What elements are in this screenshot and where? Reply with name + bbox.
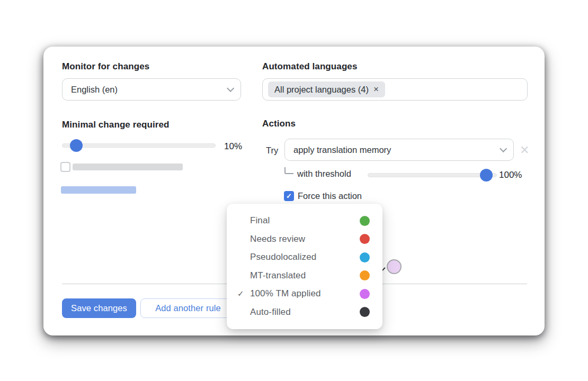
elbow-connector-icon: [284, 167, 293, 174]
menu-item-label: 100% TM applied: [250, 288, 360, 299]
menu-item-label: Auto-filled: [250, 307, 360, 318]
status-dot-icon: [360, 234, 370, 244]
status-dot-icon: [360, 307, 370, 317]
status-color-indicator[interactable]: [387, 259, 402, 274]
skeleton-bar-blue: [61, 186, 136, 194]
page: Monitor for changes English (en) Minimal…: [0, 0, 588, 381]
status-dot-icon: [360, 289, 370, 299]
checkmark-icon: ✓: [286, 192, 292, 200]
status-dot-icon: [360, 270, 370, 280]
skeleton-checkbox[interactable]: [60, 162, 70, 172]
add-another-rule-button[interactable]: Add another rule: [140, 298, 236, 318]
status-dropdown-menu: Final Needs review Pseudolocalized MT-tr…: [227, 204, 382, 329]
minimal-change-slider-knob[interactable]: [70, 139, 83, 152]
language-tag-chip[interactable]: All project languages (4) ×: [268, 81, 385, 97]
monitor-language-value: English (en): [71, 85, 227, 95]
force-action-label: Force this action: [298, 191, 362, 201]
try-label: Try: [266, 146, 278, 156]
automated-languages-label: Automated languages: [262, 61, 357, 72]
menu-item-label: MT-translated: [250, 270, 360, 281]
minimal-change-slider-track[interactable]: [62, 143, 216, 148]
skeleton-bar-gray: [73, 164, 183, 170]
status-dot-icon: [360, 252, 370, 262]
action-select[interactable]: apply translation memory: [284, 139, 514, 161]
threshold-value: 100%: [499, 170, 522, 180]
threshold-slider-knob[interactable]: [480, 169, 493, 182]
minimal-change-label: Minimal change required: [62, 120, 170, 130]
tag-remove-icon[interactable]: ×: [373, 84, 379, 95]
monitor-for-changes-label: Monitor for changes: [62, 61, 149, 72]
menu-item-pseudolocalized[interactable]: Pseudolocalized: [227, 248, 382, 267]
action-select-value: apply translation memory: [293, 145, 500, 155]
monitor-language-select[interactable]: English (en): [62, 78, 241, 101]
checkmark-icon: ✓: [237, 289, 250, 298]
actions-label: Actions: [262, 119, 296, 129]
language-tag-label: All project languages (4): [274, 85, 369, 95]
save-changes-button[interactable]: Save changes: [62, 298, 136, 318]
automated-languages-input[interactable]: All project languages (4) ×: [262, 78, 528, 101]
chevron-down-icon: [500, 145, 507, 152]
menu-item-needs-review[interactable]: Needs review: [227, 230, 382, 249]
status-dot-icon: [360, 216, 370, 226]
menu-item-mt-translated[interactable]: MT-translated: [227, 267, 382, 285]
menu-item-final[interactable]: Final: [227, 212, 382, 230]
force-action-checkbox[interactable]: ✓: [284, 191, 294, 201]
menu-item-label: Needs review: [250, 234, 360, 244]
chevron-down-icon: [227, 85, 234, 92]
threshold-slider-track[interactable]: [368, 173, 497, 177]
automation-rule-card: Monitor for changes English (en) Minimal…: [43, 47, 545, 335]
menu-item-100-tm-applied[interactable]: ✓ 100% TM applied: [227, 285, 382, 303]
menu-item-label: Pseudolocalized: [250, 252, 360, 262]
menu-item-auto-filled[interactable]: Auto-filled: [227, 303, 382, 322]
menu-item-label: Final: [250, 215, 360, 226]
with-threshold-label: with threshold: [297, 169, 351, 179]
minimal-change-value: 10%: [224, 141, 242, 152]
remove-action-icon[interactable]: ✕: [520, 144, 529, 156]
